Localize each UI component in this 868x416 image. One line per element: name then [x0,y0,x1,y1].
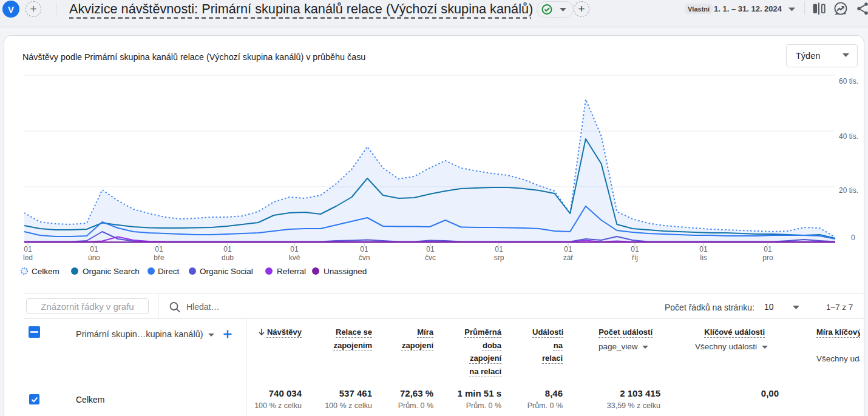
svg-text:40 tis.: 40 tis. [839,132,858,141]
svg-text:60 tis.: 60 tis. [839,77,858,86]
svg-text:01: 01 [223,245,232,253]
svg-text:říj: říj [632,253,638,262]
svg-text:srp: srp [494,253,504,262]
svg-text:úno: úno [88,253,100,262]
svg-text:0: 0 [851,233,855,242]
svg-text:01: 01 [764,245,772,253]
svg-text:01: 01 [495,245,503,253]
svg-text:pro: pro [762,253,773,262]
svg-text:01: 01 [24,245,32,253]
svg-text:01: 01 [155,245,163,253]
svg-text:01: 01 [290,245,299,253]
svg-text:01: 01 [631,245,639,253]
svg-text:zář: zář [563,253,574,262]
svg-text:kvě: kvě [289,253,300,262]
svg-text:01: 01 [564,245,572,253]
svg-text:bře: bře [154,253,164,262]
svg-text:lis: lis [700,253,707,262]
svg-text:čvc: čvc [425,253,436,262]
svg-text:20 tis.: 20 tis. [839,186,858,195]
svg-text:01: 01 [90,245,98,253]
svg-text:01: 01 [360,245,368,253]
svg-text:01: 01 [699,245,708,253]
svg-text:čvn: čvn [359,253,370,262]
svg-text:led: led [23,253,33,262]
svg-text:01: 01 [426,245,435,253]
svg-text:dub: dub [222,253,234,262]
